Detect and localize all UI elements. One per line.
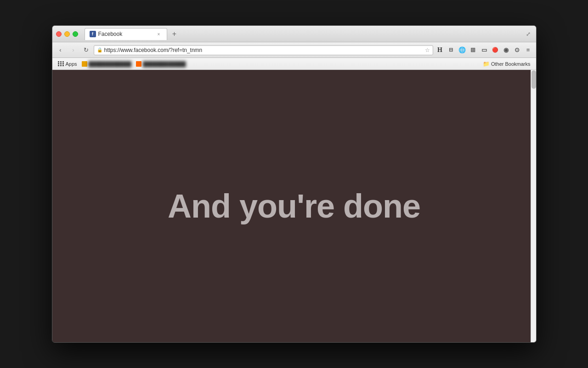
extension-icon[interactable]: 🔴 [490,45,500,55]
apps-bookmark[interactable]: Apps [56,61,79,67]
traffic-lights [56,31,78,37]
toolbar-icons: H ⊟ 🌐 ⊞ ▭ 🔴 ◉ ⊙ ≡ [435,45,533,55]
tab-close-button[interactable]: × [156,31,162,37]
tab-bar: f Facebook × + [85,28,523,40]
reload-button[interactable]: ↻ [81,45,92,56]
nav-bar: ‹ › ↻ 🔒 https://www.facebook.com/?ref=tn… [52,42,536,58]
resize-icon: ⤢ [526,31,532,37]
folder-icon: 📁 [483,61,490,67]
new-tab-button[interactable]: + [169,29,180,40]
url-text: https://www.facebook.com/?ref=tn_tnmn [104,47,423,53]
hola-icon[interactable]: H [435,45,445,55]
other-bookmarks-label: Other Bookmarks [491,61,531,67]
browser-window: f Facebook × + ⤢ ‹ › ↻ 🔒 https://www.fac… [52,25,537,343]
other-bookmarks[interactable]: 📁 Other Bookmarks [481,60,532,68]
tab-title: Facebook [98,31,153,37]
tab-favicon: f [90,31,96,37]
bookmark-label-1: ████████████ [89,61,132,67]
grid-dot [60,63,62,64]
window-resize-area: ⤢ [526,31,532,37]
back-button[interactable]: ‹ [55,45,66,56]
active-tab[interactable]: f Facebook × [85,28,167,40]
page-content: And you're done [52,70,536,342]
minimize-button[interactable] [64,31,70,37]
close-button[interactable] [56,31,62,37]
apps-label: Apps [66,61,77,67]
grid-dot [58,65,59,66]
bookmark-item-2[interactable]: ████████████ [134,61,188,67]
cast-icon[interactable]: ▭ [479,45,489,55]
bookmark-label-2: ████████████ [143,61,186,67]
main-heading: And you're done [168,187,420,225]
bookmark-star-icon[interactable]: ☆ [425,47,430,53]
forward-icon: › [72,46,74,53]
address-bar[interactable]: 🔒 https://www.facebook.com/?ref=tn_tnmn … [94,45,433,55]
scrollbar-track[interactable] [531,70,536,342]
firefox-globe-icon[interactable]: 🌐 [457,45,467,55]
bookmark-favicon-1 [82,61,87,67]
maximize-button[interactable] [73,31,78,37]
globe-icon-2[interactable]: ◉ [501,45,511,55]
title-bar: f Facebook × + ⤢ [52,26,536,42]
reload-icon: ↻ [84,46,89,53]
bookmarks-bar: Apps ████████████ ████████████ 📁 Other B… [52,58,536,70]
grid-dot [60,61,62,63]
apps-grid-icon [58,61,64,66]
grid-dot [62,65,64,66]
puzzle-icon[interactable]: ⊞ [468,45,478,55]
bookmark-item-1[interactable]: ████████████ [80,61,134,67]
bookmark-favicon-2 [136,61,141,67]
reader-icon[interactable]: ⊟ [446,45,456,55]
grid-dot [58,63,59,64]
menu-icon[interactable]: ≡ [523,45,533,55]
grid-dot [58,61,59,63]
globe-icon-3[interactable]: ⊙ [512,45,522,55]
grid-dot [62,63,64,64]
lock-icon: 🔒 [97,47,102,52]
grid-dot [62,61,64,63]
back-icon: ‹ [59,46,61,53]
scrollbar-thumb[interactable] [531,70,536,89]
grid-dot [60,65,62,66]
forward-button[interactable]: › [68,45,79,56]
